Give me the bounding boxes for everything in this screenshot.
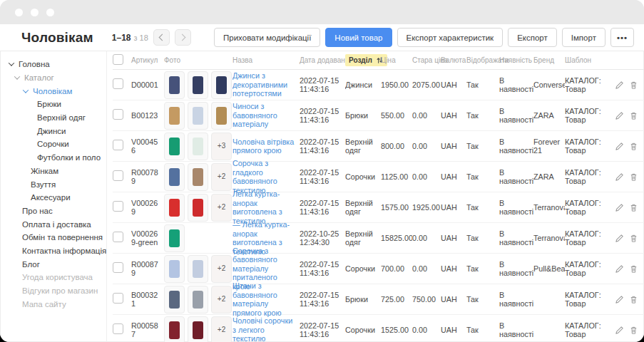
edit-icon[interactable] [615, 203, 624, 212]
edit-icon[interactable] [615, 172, 624, 182]
product-photo[interactable] [188, 194, 208, 222]
delete-icon[interactable] [629, 111, 638, 120]
product-name-link[interactable]: Чоловіча вітрівка прямого крою [232, 138, 296, 155]
row-checkbox[interactable] [113, 293, 123, 304]
sidebar-item-11[interactable]: Про нас [0, 204, 106, 218]
product-photo[interactable] [164, 316, 185, 342]
edit-icon[interactable] [615, 81, 624, 90]
edit-icon[interactable] [615, 234, 624, 243]
row-checkbox[interactable] [113, 232, 123, 242]
row-checkbox[interactable] [113, 109, 123, 120]
product-photo[interactable] [164, 102, 185, 130]
product-name-link[interactable]: Джинси з декоративними потертостями [232, 71, 296, 98]
next-page-button[interactable] [175, 29, 191, 46]
row-checkbox[interactable] [113, 140, 123, 150]
column-header-name[interactable]: Назва [232, 56, 300, 64]
sidebar-item-13[interactable]: Обмін та повернення [0, 231, 106, 244]
sidebar-item-14[interactable]: Контактна інформація [0, 244, 106, 258]
product-photo[interactable] [188, 133, 208, 160]
delete-icon[interactable] [629, 234, 638, 243]
delete-icon[interactable] [629, 172, 638, 182]
more-photos-badge[interactable]: +2 [211, 316, 232, 342]
sidebar-item-7[interactable]: Футболки и поло [0, 151, 106, 165]
sidebar-item-0[interactable]: Головна [0, 58, 106, 71]
edit-icon[interactable] [615, 111, 624, 120]
column-header-template[interactable]: Шаблон [565, 56, 615, 64]
product-photo[interactable] [188, 163, 208, 191]
product-name-link[interactable]: Чиноси з бавовняного матеріалу [232, 102, 296, 129]
sidebar-item-18[interactable]: Мапа сайту [0, 297, 106, 311]
column-header-price[interactable]: Ціна [381, 56, 412, 64]
column-header-section[interactable]: Розділ [345, 54, 381, 66]
sidebar-item-17[interactable]: Відгуки про магазин [0, 284, 106, 298]
column-header-display[interactable]: Відображати [466, 56, 499, 64]
sidebar-item-1[interactable]: Каталог [0, 71, 106, 85]
sidebar-item-6[interactable]: Сорочки [0, 138, 106, 151]
row-checkbox[interactable] [113, 78, 123, 89]
delete-icon[interactable] [629, 142, 638, 151]
product-name-link[interactable]: Чоловічі сорочки з легкого текстилю [232, 316, 296, 342]
product-photo[interactable] [164, 224, 185, 252]
product-photo[interactable] [164, 163, 185, 191]
column-header-sku[interactable]: Артикул [131, 56, 164, 64]
product-photo[interactable] [211, 71, 232, 99]
delete-icon[interactable] [629, 295, 638, 304]
product-photo[interactable] [164, 286, 185, 314]
sidebar-item-16[interactable]: Угода користувача [0, 271, 106, 284]
column-header-date[interactable]: Дата додавання [300, 56, 345, 64]
product-photo[interactable] [164, 255, 185, 283]
product-photo[interactable] [188, 286, 208, 314]
column-header-availability[interactable]: Наявність [499, 56, 533, 64]
toolbar-button-4[interactable]: Імпорт [562, 28, 605, 47]
row-checkbox[interactable] [113, 170, 123, 181]
sidebar-item-8[interactable]: Жінкам [0, 165, 106, 178]
more-photos-badge[interactable]: +2 [211, 255, 232, 283]
delete-icon[interactable] [629, 264, 638, 274]
product-photo[interactable] [188, 316, 208, 342]
product-name-link[interactable]: Штани з бавовняного матеріалу прямого кр… [232, 281, 296, 317]
product-photo[interactable] [188, 102, 208, 130]
more-photos-badge[interactable]: +2 [211, 194, 232, 222]
toolbar-button-3[interactable]: Експорт [508, 28, 557, 47]
delete-icon[interactable] [629, 326, 638, 335]
sidebar-item-12[interactable]: Оплата і доставка [0, 217, 106, 231]
product-photo[interactable] [164, 194, 185, 222]
sidebar-item-5[interactable]: Джинси [0, 124, 106, 138]
more-photos-badge[interactable]: +3 [211, 133, 232, 160]
window-control-dot[interactable] [15, 9, 23, 16]
sidebar-item-9[interactable]: Взуття [0, 177, 106, 191]
column-header-old-price[interactable]: Стара ціна [412, 56, 441, 64]
column-header-photo[interactable]: Фото [164, 56, 232, 64]
edit-icon[interactable] [615, 326, 624, 335]
edit-icon[interactable] [615, 295, 624, 304]
product-photo[interactable] [164, 71, 185, 99]
more-photos-badge[interactable]: +2 [211, 163, 232, 191]
toolbar-button-5[interactable]: ••• [610, 28, 634, 47]
row-checkbox[interactable] [113, 323, 123, 334]
toolbar-button-0[interactable]: Приховати модифікації [214, 28, 320, 47]
product-photo[interactable] [211, 102, 232, 130]
sidebar-item-4[interactable]: Верхній одяг [0, 111, 106, 125]
row-checkbox[interactable] [113, 201, 123, 212]
edit-icon[interactable] [615, 142, 624, 151]
edit-icon[interactable] [615, 264, 624, 274]
sidebar-item-3[interactable]: Брюки [0, 98, 106, 111]
product-photo[interactable] [188, 255, 208, 283]
prev-page-button[interactable] [153, 29, 170, 46]
delete-icon[interactable] [629, 203, 638, 212]
select-all-checkbox[interactable] [113, 54, 123, 65]
window-control-dot[interactable] [46, 9, 54, 16]
column-header-currency[interactable]: Валюта [441, 56, 466, 64]
window-control-dot[interactable] [31, 9, 39, 16]
row-checkbox[interactable] [113, 262, 123, 273]
toolbar-button-1[interactable]: Новий товар [325, 28, 392, 47]
sidebar-item-15[interactable]: Блог [0, 257, 106, 271]
column-header-brand[interactable]: Бренд [533, 56, 565, 64]
more-photos-badge[interactable]: +2 [211, 286, 232, 314]
sidebar-item-2[interactable]: Чоловікам [0, 84, 106, 98]
sidebar-item-10[interactable]: Аксесуари [0, 191, 106, 204]
toolbar-button-2[interactable]: Експорт характеристик [397, 28, 504, 47]
product-photo[interactable] [164, 133, 185, 160]
delete-icon[interactable] [629, 81, 638, 90]
product-photo[interactable] [188, 71, 208, 99]
